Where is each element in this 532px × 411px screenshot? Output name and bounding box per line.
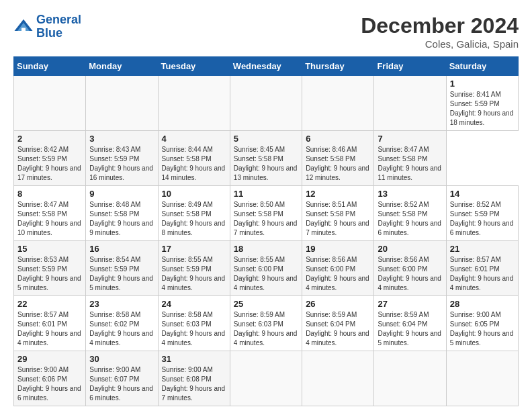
calendar-header-row: SundayMondayTuesdayWednesdayThursdayFrid… <box>14 57 519 76</box>
day-number: 22 <box>17 299 82 309</box>
calendar-cell: 22Sunrise: 8:57 AMSunset: 6:01 PMDayligh… <box>14 296 86 351</box>
day-number: 16 <box>89 244 154 254</box>
logo-general: General <box>36 13 81 26</box>
day-info: Sunrise: 8:52 AMSunset: 5:59 PMDaylight:… <box>450 200 515 238</box>
day-info: Sunrise: 8:52 AMSunset: 5:58 PMDaylight:… <box>378 200 442 238</box>
calendar-cell: 2Sunrise: 8:42 AMSunset: 5:59 PMDaylight… <box>14 131 86 186</box>
calendar-week-row: 15Sunrise: 8:53 AMSunset: 5:59 PMDayligh… <box>14 241 519 296</box>
calendar-cell: 31Sunrise: 9:00 AMSunset: 6:08 PMDayligh… <box>158 351 230 406</box>
day-number: 15 <box>17 244 82 254</box>
calendar-cell <box>14 76 86 131</box>
day-info: Sunrise: 8:54 AMSunset: 5:59 PMDaylight:… <box>89 255 154 293</box>
day-number: 29 <box>17 354 82 364</box>
day-number: 26 <box>306 299 370 309</box>
day-info: Sunrise: 9:00 AMSunset: 6:08 PMDaylight:… <box>162 365 226 403</box>
calendar-cell <box>230 351 302 406</box>
day-number: 28 <box>450 299 515 309</box>
day-number: 24 <box>162 299 226 309</box>
calendar-cell: 18Sunrise: 8:55 AMSunset: 6:00 PMDayligh… <box>230 241 302 296</box>
calendar-week-row: 22Sunrise: 8:57 AMSunset: 6:01 PMDayligh… <box>14 296 519 351</box>
day-number: 30 <box>89 354 154 364</box>
day-info: Sunrise: 8:48 AMSunset: 5:58 PMDaylight:… <box>89 200 154 238</box>
calendar-cell: 7Sunrise: 8:47 AMSunset: 5:58 PMDaylight… <box>374 131 446 186</box>
calendar-cell: 15Sunrise: 8:53 AMSunset: 5:59 PMDayligh… <box>14 241 86 296</box>
day-number: 6 <box>306 134 370 144</box>
calendar-cell: 5Sunrise: 8:45 AMSunset: 5:58 PMDaylight… <box>230 131 302 186</box>
header-thursday: Thursday <box>302 57 374 76</box>
page-header: General Blue December 2024 Coles, Galici… <box>13 13 519 50</box>
calendar-cell: 26Sunrise: 8:59 AMSunset: 6:04 PMDayligh… <box>302 296 374 351</box>
calendar-cell <box>230 76 302 131</box>
day-info: Sunrise: 8:46 AMSunset: 5:58 PMDaylight:… <box>306 145 370 183</box>
day-number: 1 <box>450 79 515 89</box>
day-info: Sunrise: 8:55 AMSunset: 5:59 PMDaylight:… <box>162 255 226 293</box>
day-info: Sunrise: 9:00 AMSunset: 6:07 PMDaylight:… <box>89 365 154 403</box>
calendar-cell: 17Sunrise: 8:55 AMSunset: 5:59 PMDayligh… <box>158 241 230 296</box>
calendar-cell: 21Sunrise: 8:57 AMSunset: 6:01 PMDayligh… <box>446 241 518 296</box>
day-info: Sunrise: 8:44 AMSunset: 5:58 PMDaylight:… <box>162 145 226 183</box>
day-number: 14 <box>450 189 515 199</box>
calendar-cell: 4Sunrise: 8:44 AMSunset: 5:58 PMDaylight… <box>158 131 230 186</box>
header-wednesday: Wednesday <box>230 57 302 76</box>
calendar-cell: 9Sunrise: 8:48 AMSunset: 5:58 PMDaylight… <box>86 186 158 241</box>
day-number: 11 <box>234 189 298 199</box>
day-number: 18 <box>234 244 298 254</box>
calendar-cell <box>86 76 158 131</box>
calendar-week-row: 2Sunrise: 8:42 AMSunset: 5:59 PMDaylight… <box>14 131 519 186</box>
header-sunday: Sunday <box>14 57 86 76</box>
calendar-cell <box>302 76 374 131</box>
calendar-cell: 24Sunrise: 8:58 AMSunset: 6:03 PMDayligh… <box>158 296 230 351</box>
calendar-week-row: 29Sunrise: 9:00 AMSunset: 6:06 PMDayligh… <box>14 351 519 406</box>
calendar-cell: 1Sunrise: 8:41 AMSunset: 5:59 PMDaylight… <box>446 76 518 131</box>
day-info: Sunrise: 8:47 AMSunset: 5:58 PMDaylight:… <box>378 145 442 183</box>
day-number: 2 <box>17 134 82 144</box>
calendar-cell <box>158 76 230 131</box>
day-number: 23 <box>89 299 154 309</box>
calendar-cell: 12Sunrise: 8:51 AMSunset: 5:58 PMDayligh… <box>302 186 374 241</box>
logo-icon <box>13 17 34 37</box>
calendar-cell: 11Sunrise: 8:50 AMSunset: 5:58 PMDayligh… <box>230 186 302 241</box>
calendar-cell <box>374 351 446 406</box>
title-block: December 2024 Coles, Galicia, Spain <box>361 13 519 50</box>
day-info: Sunrise: 8:43 AMSunset: 5:59 PMDaylight:… <box>89 145 154 183</box>
day-number: 21 <box>450 244 515 254</box>
day-info: Sunrise: 8:55 AMSunset: 6:00 PMDaylight:… <box>234 255 298 293</box>
calendar-cell: 30Sunrise: 9:00 AMSunset: 6:07 PMDayligh… <box>86 351 158 406</box>
calendar-cell: 16Sunrise: 8:54 AMSunset: 5:59 PMDayligh… <box>86 241 158 296</box>
svg-rect-3 <box>21 28 26 31</box>
calendar-cell: 13Sunrise: 8:52 AMSunset: 5:58 PMDayligh… <box>374 186 446 241</box>
calendar-cell: 8Sunrise: 8:47 AMSunset: 5:58 PMDaylight… <box>14 186 86 241</box>
calendar-cell: 3Sunrise: 8:43 AMSunset: 5:59 PMDaylight… <box>86 131 158 186</box>
calendar-cell <box>374 76 446 131</box>
calendar-week-row: 1Sunrise: 8:41 AMSunset: 5:59 PMDaylight… <box>14 76 519 131</box>
calendar-cell: 6Sunrise: 8:46 AMSunset: 5:58 PMDaylight… <box>302 131 374 186</box>
calendar-cell: 23Sunrise: 8:58 AMSunset: 6:02 PMDayligh… <box>86 296 158 351</box>
calendar-week-row: 8Sunrise: 8:47 AMSunset: 5:58 PMDaylight… <box>14 186 519 241</box>
day-info: Sunrise: 8:57 AMSunset: 6:01 PMDaylight:… <box>450 255 515 293</box>
day-info: Sunrise: 8:56 AMSunset: 6:00 PMDaylight:… <box>378 255 442 293</box>
day-number: 9 <box>89 189 154 199</box>
day-number: 7 <box>378 134 442 144</box>
day-number: 25 <box>234 299 298 309</box>
day-number: 19 <box>306 244 370 254</box>
day-number: 5 <box>234 134 298 144</box>
month-title: December 2024 <box>361 13 519 38</box>
day-number: 3 <box>89 134 154 144</box>
header-monday: Monday <box>86 57 158 76</box>
header-saturday: Saturday <box>446 57 518 76</box>
day-info: Sunrise: 8:59 AMSunset: 6:04 PMDaylight:… <box>378 310 442 348</box>
calendar-cell: 10Sunrise: 8:49 AMSunset: 5:58 PMDayligh… <box>158 186 230 241</box>
calendar-cell <box>302 351 374 406</box>
day-number: 31 <box>162 354 226 364</box>
calendar-cell <box>446 351 518 406</box>
day-info: Sunrise: 8:57 AMSunset: 6:01 PMDaylight:… <box>17 310 82 348</box>
calendar-cell: 27Sunrise: 8:59 AMSunset: 6:04 PMDayligh… <box>374 296 446 351</box>
day-number: 4 <box>162 134 226 144</box>
calendar-cell: 20Sunrise: 8:56 AMSunset: 6:00 PMDayligh… <box>374 241 446 296</box>
day-number: 13 <box>378 189 442 199</box>
calendar-cell: 28Sunrise: 9:00 AMSunset: 6:05 PMDayligh… <box>446 296 518 351</box>
day-info: Sunrise: 8:50 AMSunset: 5:58 PMDaylight:… <box>234 200 298 238</box>
day-number: 20 <box>378 244 442 254</box>
day-number: 8 <box>17 189 82 199</box>
day-info: Sunrise: 8:47 AMSunset: 5:58 PMDaylight:… <box>17 200 82 238</box>
